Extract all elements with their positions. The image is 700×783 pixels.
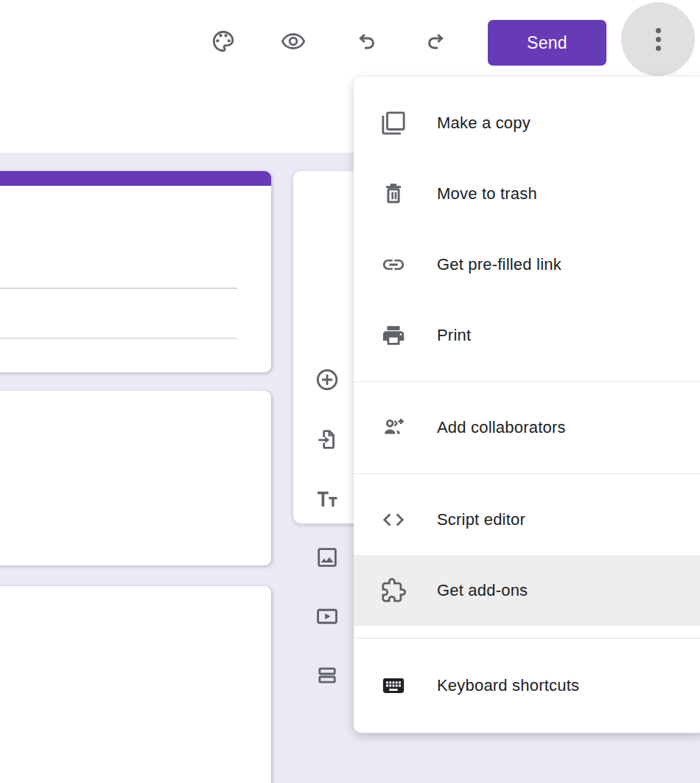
menu-item-print[interactable]: Print (354, 300, 700, 371)
person-add-icon (381, 415, 406, 440)
undo-icon[interactable] (354, 29, 379, 54)
menu-item-label: Get add-ons (437, 581, 528, 600)
menu-divider (354, 381, 700, 382)
form-field-underline (0, 338, 237, 339)
trash-icon (381, 181, 406, 206)
add-question-icon[interactable] (312, 365, 342, 394)
kebab-dot (656, 37, 661, 42)
copy-icon (381, 111, 406, 136)
menu-item-make-a-copy[interactable]: Make a copy (354, 88, 700, 159)
form-field-underline (0, 288, 237, 289)
form-question-card[interactable] (0, 586, 271, 783)
add-video-icon[interactable] (312, 602, 342, 631)
add-image-icon[interactable] (312, 543, 342, 572)
kebab-dot (656, 28, 661, 33)
form-question-card[interactable] (0, 391, 271, 566)
print-icon (381, 323, 406, 348)
link-icon (381, 252, 406, 277)
more-options-kebab-button[interactable] (621, 2, 695, 76)
menu-item-label: Keyboard shortcuts (437, 676, 579, 695)
question-toolbar (293, 171, 361, 523)
menu-item-move-to-trash[interactable]: Move to trash (354, 159, 700, 229)
add-section-icon[interactable] (312, 661, 342, 690)
preview-eye-icon[interactable] (281, 29, 306, 54)
menu-item-get-pre-filled-link[interactable]: Get pre-filled link (354, 229, 700, 300)
form-header-card[interactable] (0, 171, 271, 372)
redo-icon[interactable] (424, 29, 449, 54)
menu-item-add-collaborators[interactable]: Add collaborators (354, 392, 700, 463)
menu-item-label: Move to trash (437, 184, 537, 203)
menu-item-script-editor[interactable]: Script editor (354, 484, 700, 555)
google-forms-editor: Send Make a copy Move to trash Get pre-f… (0, 0, 700, 783)
menu-divider (354, 473, 700, 474)
menu-item-label: Add collaborators (437, 418, 566, 437)
menu-item-label: Make a copy (437, 114, 531, 133)
menu-item-label: Get pre-filled link (437, 255, 561, 274)
import-questions-icon[interactable] (312, 425, 342, 454)
menu-item-label: Print (437, 326, 471, 345)
menu-divider (354, 638, 700, 638)
form-header-accent-bar (0, 171, 271, 186)
code-icon (381, 507, 406, 532)
more-options-menu: Make a copy Move to trash Get pre-filled… (354, 77, 700, 733)
menu-item-keyboard-shortcuts[interactable]: Keyboard shortcuts (354, 650, 700, 721)
menu-item-get-add-ons[interactable]: Get add-ons (354, 555, 700, 626)
add-title-icon[interactable] (312, 484, 342, 514)
puzzle-icon (381, 578, 406, 603)
menu-item-label: Script editor (437, 510, 525, 529)
send-button[interactable]: Send (488, 20, 606, 66)
customize-theme-palette-icon[interactable] (211, 29, 236, 54)
keyboard-icon (381, 673, 406, 698)
kebab-dot (656, 46, 661, 51)
